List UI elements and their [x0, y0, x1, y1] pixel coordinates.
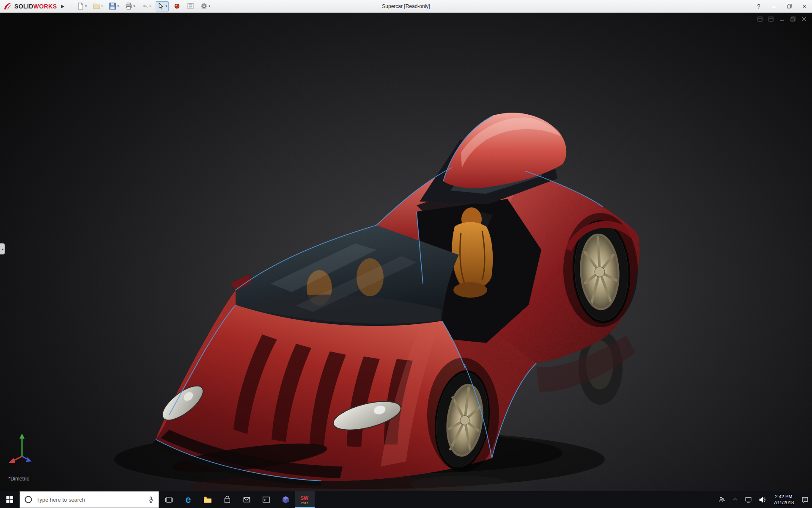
new-document-icon: [77, 3, 84, 10]
menu-flyout-arrow[interactable]: ▶: [61, 4, 64, 8]
taskbar-mail[interactable]: [237, 491, 256, 508]
microphone-icon[interactable]: [147, 496, 154, 503]
gear-icon: [200, 3, 208, 10]
doc-minimize-icon[interactable]: [779, 16, 785, 22]
taskbar-edge[interactable]: e: [178, 491, 198, 508]
car-body[interactable]: [135, 113, 668, 491]
macro-record-button[interactable]: [172, 1, 182, 11]
mail-envelope-icon: [243, 496, 251, 504]
task-view-button[interactable]: [159, 491, 178, 508]
properties-button[interactable]: [185, 1, 196, 11]
undo-icon: [141, 3, 148, 10]
brand-text: SOLIDWORKS: [14, 3, 57, 10]
cube-app-icon: [282, 496, 290, 504]
clock-time: 2:42 PM: [774, 494, 794, 500]
tray-overflow-button[interactable]: [729, 491, 741, 508]
open-button[interactable]: ▾: [91, 1, 104, 11]
solidworks-2017-icon: SW 2017: [299, 494, 310, 505]
taskbar-store[interactable]: [217, 491, 237, 508]
supercar-3d-model[interactable]: [0, 13, 812, 491]
chevron-up-icon: [732, 497, 738, 502]
volume-button[interactable]: [755, 491, 769, 508]
titlebar: SOLIDWORKS ▶ ▾ ▾ ▾: [0, 0, 812, 13]
windows-logo-icon: [6, 496, 14, 503]
save-button[interactable]: ▾: [107, 1, 121, 11]
taskbar-search-input[interactable]: [36, 497, 143, 503]
graphics-viewport[interactable]: ◂: [0, 13, 812, 491]
save-icon: [109, 3, 116, 10]
doc-window-icon-2[interactable]: [768, 16, 774, 22]
select-cursor-icon: [157, 3, 165, 10]
minimize-button[interactable]: –: [766, 0, 782, 13]
doc-window-icon[interactable]: [757, 16, 763, 22]
document-window-controls: [757, 16, 807, 22]
action-center-icon: [801, 496, 809, 503]
svg-text:2017: 2017: [301, 501, 308, 505]
taskbar-cube-app[interactable]: [276, 491, 295, 508]
ds-logo-icon: [3, 2, 13, 11]
start-button[interactable]: [0, 491, 19, 508]
taskbar-console[interactable]: [256, 491, 276, 508]
system-tray: 2:42 PM 7/11/2018: [715, 491, 812, 508]
open-folder-icon: [93, 3, 100, 10]
store-bag-icon: [223, 496, 231, 504]
properties-form-icon: [187, 3, 194, 10]
taskbar-clock[interactable]: 2:42 PM 7/11/2018: [769, 491, 798, 508]
taskbar-file-explorer[interactable]: [198, 491, 217, 508]
volume-icon: [759, 496, 766, 503]
action-center-button[interactable]: [798, 491, 812, 508]
people-icon: [718, 496, 725, 503]
new-document-button[interactable]: ▾: [75, 1, 88, 11]
print-button[interactable]: ▾: [123, 1, 137, 11]
view-orientation-label: *Dimetric: [8, 476, 29, 482]
console-icon: [262, 496, 270, 504]
taskbar-search[interactable]: [19, 491, 159, 508]
desktop: SOLIDWORKS ▶ ▾ ▾ ▾: [0, 0, 812, 508]
options-button[interactable]: ▾: [199, 1, 212, 11]
people-button[interactable]: [715, 491, 729, 508]
clock-date: 7/11/2018: [774, 500, 794, 505]
network-button[interactable]: [741, 491, 755, 508]
restore-icon: [787, 4, 792, 8]
windows-taskbar: e: [0, 491, 812, 508]
feature-tree-collapse-tab[interactable]: ◂: [0, 243, 5, 254]
doc-close-icon[interactable]: [801, 16, 807, 22]
window-controls: ? – ×: [751, 0, 812, 13]
help-button[interactable]: ?: [751, 0, 766, 13]
task-view-icon: [165, 496, 173, 504]
print-icon: [125, 3, 132, 10]
undo-button[interactable]: ▾: [140, 1, 153, 11]
doc-restore-icon[interactable]: [790, 16, 796, 22]
svg-text:SW: SW: [300, 495, 309, 501]
reference-triad: [8, 433, 32, 463]
document-title: Supercar [Read-only]: [382, 3, 430, 9]
restore-button[interactable]: [782, 0, 797, 13]
taskbar-solidworks-2017[interactable]: SW 2017: [295, 491, 315, 508]
quick-access-toolbar: ▾ ▾ ▾ ▾: [75, 1, 212, 11]
file-explorer-icon: [203, 495, 212, 504]
solidworks-logo: SOLIDWORKS: [3, 2, 57, 11]
macro-record-icon: [173, 3, 181, 10]
select-tool-button[interactable]: ▾: [156, 1, 169, 11]
cortana-icon: [24, 495, 33, 504]
close-button[interactable]: ×: [797, 0, 812, 13]
edge-icon: e: [185, 494, 191, 505]
network-icon: [745, 496, 752, 503]
